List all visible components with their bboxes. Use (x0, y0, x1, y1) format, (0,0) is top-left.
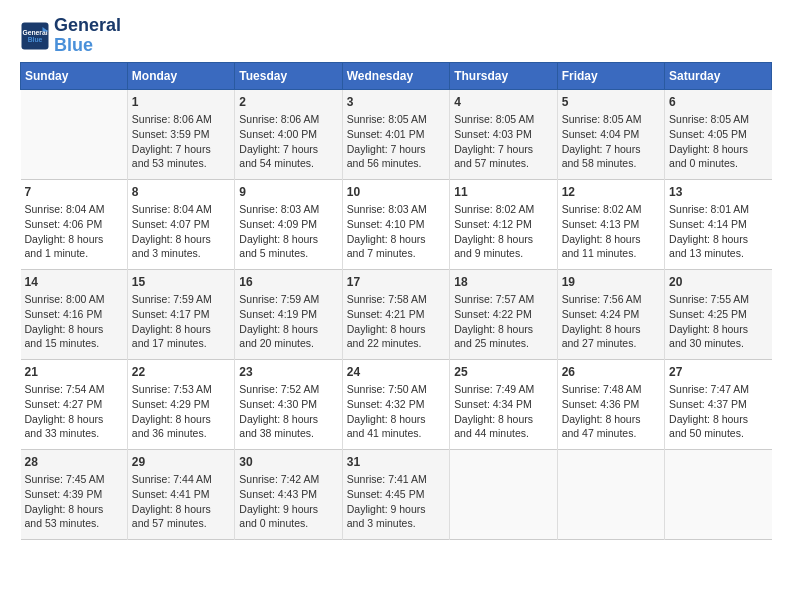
calendar-cell: 15Sunrise: 7:59 AM Sunset: 4:17 PM Dayli… (127, 269, 234, 359)
header-row: SundayMondayTuesdayWednesdayThursdayFrid… (21, 62, 772, 89)
calendar-cell: 28Sunrise: 7:45 AM Sunset: 4:39 PM Dayli… (21, 449, 128, 539)
day-number: 18 (454, 274, 552, 291)
calendar-cell: 11Sunrise: 8:02 AM Sunset: 4:12 PM Dayli… (450, 179, 557, 269)
calendar-cell: 16Sunrise: 7:59 AM Sunset: 4:19 PM Dayli… (235, 269, 342, 359)
calendar-cell: 3Sunrise: 8:05 AM Sunset: 4:01 PM Daylig… (342, 89, 449, 179)
day-info: Sunrise: 7:48 AM Sunset: 4:36 PM Dayligh… (562, 382, 660, 441)
day-number: 9 (239, 184, 337, 201)
logo: General Blue GeneralBlue (20, 16, 121, 56)
day-number: 29 (132, 454, 230, 471)
day-info: Sunrise: 7:58 AM Sunset: 4:21 PM Dayligh… (347, 292, 445, 351)
logo-text: GeneralBlue (54, 16, 121, 56)
day-number: 14 (25, 274, 123, 291)
day-number: 4 (454, 94, 552, 111)
calendar-cell: 6Sunrise: 8:05 AM Sunset: 4:05 PM Daylig… (665, 89, 772, 179)
calendar-cell: 24Sunrise: 7:50 AM Sunset: 4:32 PM Dayli… (342, 359, 449, 449)
day-info: Sunrise: 7:45 AM Sunset: 4:39 PM Dayligh… (25, 472, 123, 531)
day-number: 28 (25, 454, 123, 471)
calendar-cell: 10Sunrise: 8:03 AM Sunset: 4:10 PM Dayli… (342, 179, 449, 269)
day-info: Sunrise: 7:54 AM Sunset: 4:27 PM Dayligh… (25, 382, 123, 441)
week-row-5: 28Sunrise: 7:45 AM Sunset: 4:39 PM Dayli… (21, 449, 772, 539)
calendar-cell: 19Sunrise: 7:56 AM Sunset: 4:24 PM Dayli… (557, 269, 664, 359)
calendar-cell: 1Sunrise: 8:06 AM Sunset: 3:59 PM Daylig… (127, 89, 234, 179)
header-cell-wednesday: Wednesday (342, 62, 449, 89)
calendar-cell: 2Sunrise: 8:06 AM Sunset: 4:00 PM Daylig… (235, 89, 342, 179)
day-info: Sunrise: 7:59 AM Sunset: 4:19 PM Dayligh… (239, 292, 337, 351)
calendar-cell: 30Sunrise: 7:42 AM Sunset: 4:43 PM Dayli… (235, 449, 342, 539)
header-cell-thursday: Thursday (450, 62, 557, 89)
week-row-2: 7Sunrise: 8:04 AM Sunset: 4:06 PM Daylig… (21, 179, 772, 269)
day-number: 20 (669, 274, 767, 291)
header: General Blue GeneralBlue (20, 16, 772, 56)
header-cell-sunday: Sunday (21, 62, 128, 89)
day-info: Sunrise: 7:52 AM Sunset: 4:30 PM Dayligh… (239, 382, 337, 441)
calendar-cell (665, 449, 772, 539)
day-number: 23 (239, 364, 337, 381)
calendar-cell: 26Sunrise: 7:48 AM Sunset: 4:36 PM Dayli… (557, 359, 664, 449)
header-cell-monday: Monday (127, 62, 234, 89)
day-number: 25 (454, 364, 552, 381)
day-info: Sunrise: 7:41 AM Sunset: 4:45 PM Dayligh… (347, 472, 445, 531)
day-info: Sunrise: 7:49 AM Sunset: 4:34 PM Dayligh… (454, 382, 552, 441)
calendar-cell: 7Sunrise: 8:04 AM Sunset: 4:06 PM Daylig… (21, 179, 128, 269)
calendar-cell: 20Sunrise: 7:55 AM Sunset: 4:25 PM Dayli… (665, 269, 772, 359)
calendar-cell: 29Sunrise: 7:44 AM Sunset: 4:41 PM Dayli… (127, 449, 234, 539)
day-info: Sunrise: 8:06 AM Sunset: 4:00 PM Dayligh… (239, 112, 337, 171)
day-number: 22 (132, 364, 230, 381)
day-info: Sunrise: 8:04 AM Sunset: 4:06 PM Dayligh… (25, 202, 123, 261)
day-info: Sunrise: 7:57 AM Sunset: 4:22 PM Dayligh… (454, 292, 552, 351)
calendar-cell: 22Sunrise: 7:53 AM Sunset: 4:29 PM Dayli… (127, 359, 234, 449)
day-info: Sunrise: 8:04 AM Sunset: 4:07 PM Dayligh… (132, 202, 230, 261)
calendar-cell: 5Sunrise: 8:05 AM Sunset: 4:04 PM Daylig… (557, 89, 664, 179)
day-number: 3 (347, 94, 445, 111)
day-number: 5 (562, 94, 660, 111)
day-info: Sunrise: 8:02 AM Sunset: 4:13 PM Dayligh… (562, 202, 660, 261)
calendar-cell: 14Sunrise: 8:00 AM Sunset: 4:16 PM Dayli… (21, 269, 128, 359)
calendar-cell: 13Sunrise: 8:01 AM Sunset: 4:14 PM Dayli… (665, 179, 772, 269)
day-info: Sunrise: 7:53 AM Sunset: 4:29 PM Dayligh… (132, 382, 230, 441)
day-info: Sunrise: 7:44 AM Sunset: 4:41 PM Dayligh… (132, 472, 230, 531)
day-info: Sunrise: 8:05 AM Sunset: 4:03 PM Dayligh… (454, 112, 552, 171)
calendar-cell: 12Sunrise: 8:02 AM Sunset: 4:13 PM Dayli… (557, 179, 664, 269)
day-info: Sunrise: 8:05 AM Sunset: 4:05 PM Dayligh… (669, 112, 767, 171)
day-info: Sunrise: 7:42 AM Sunset: 4:43 PM Dayligh… (239, 472, 337, 531)
day-info: Sunrise: 7:55 AM Sunset: 4:25 PM Dayligh… (669, 292, 767, 351)
header-cell-friday: Friday (557, 62, 664, 89)
day-number: 31 (347, 454, 445, 471)
day-number: 21 (25, 364, 123, 381)
calendar-cell: 27Sunrise: 7:47 AM Sunset: 4:37 PM Dayli… (665, 359, 772, 449)
day-number: 12 (562, 184, 660, 201)
day-number: 15 (132, 274, 230, 291)
calendar-cell (557, 449, 664, 539)
week-row-4: 21Sunrise: 7:54 AM Sunset: 4:27 PM Dayli… (21, 359, 772, 449)
day-number: 10 (347, 184, 445, 201)
week-row-3: 14Sunrise: 8:00 AM Sunset: 4:16 PM Dayli… (21, 269, 772, 359)
calendar-cell: 23Sunrise: 7:52 AM Sunset: 4:30 PM Dayli… (235, 359, 342, 449)
day-info: Sunrise: 7:56 AM Sunset: 4:24 PM Dayligh… (562, 292, 660, 351)
calendar-cell: 18Sunrise: 7:57 AM Sunset: 4:22 PM Dayli… (450, 269, 557, 359)
calendar-cell (450, 449, 557, 539)
day-number: 8 (132, 184, 230, 201)
day-info: Sunrise: 7:50 AM Sunset: 4:32 PM Dayligh… (347, 382, 445, 441)
calendar-cell: 21Sunrise: 7:54 AM Sunset: 4:27 PM Dayli… (21, 359, 128, 449)
calendar-cell: 8Sunrise: 8:04 AM Sunset: 4:07 PM Daylig… (127, 179, 234, 269)
calendar-cell: 4Sunrise: 8:05 AM Sunset: 4:03 PM Daylig… (450, 89, 557, 179)
day-number: 26 (562, 364, 660, 381)
header-cell-tuesday: Tuesday (235, 62, 342, 89)
day-number: 11 (454, 184, 552, 201)
day-number: 2 (239, 94, 337, 111)
day-number: 6 (669, 94, 767, 111)
day-number: 13 (669, 184, 767, 201)
logo-icon: General Blue (20, 21, 50, 51)
day-info: Sunrise: 7:59 AM Sunset: 4:17 PM Dayligh… (132, 292, 230, 351)
day-number: 27 (669, 364, 767, 381)
day-number: 1 (132, 94, 230, 111)
day-number: 17 (347, 274, 445, 291)
day-info: Sunrise: 8:03 AM Sunset: 4:09 PM Dayligh… (239, 202, 337, 261)
day-info: Sunrise: 8:05 AM Sunset: 4:01 PM Dayligh… (347, 112, 445, 171)
day-number: 7 (25, 184, 123, 201)
calendar-cell (21, 89, 128, 179)
header-cell-saturday: Saturday (665, 62, 772, 89)
day-info: Sunrise: 8:02 AM Sunset: 4:12 PM Dayligh… (454, 202, 552, 261)
calendar-cell: 25Sunrise: 7:49 AM Sunset: 4:34 PM Dayli… (450, 359, 557, 449)
